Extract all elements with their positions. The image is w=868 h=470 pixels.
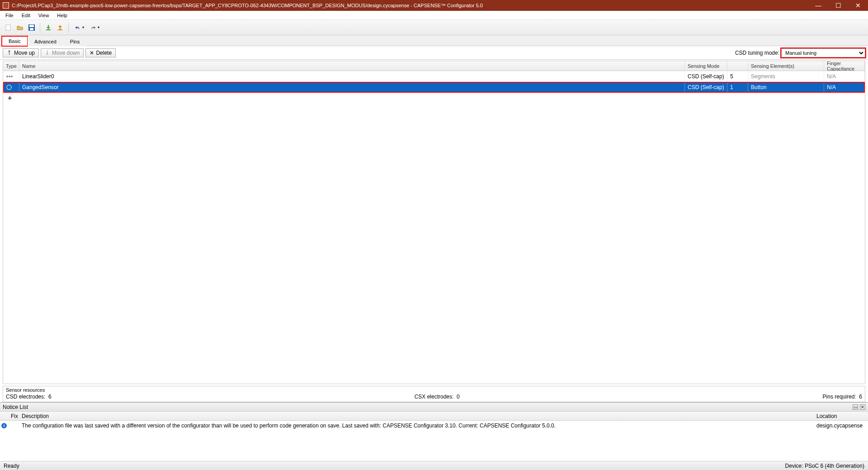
col-elements[interactable]: Sensing Element(s) bbox=[748, 61, 824, 71]
statusbar: Ready Device: PSoC 6 (4th Generation) bbox=[0, 461, 868, 470]
toolbar: ▾ ▾ bbox=[0, 20, 868, 35]
svg-point-9 bbox=[7, 85, 11, 90]
export-icon[interactable] bbox=[55, 22, 66, 33]
col-fc[interactable]: Finger Capacitance bbox=[824, 61, 865, 71]
tab-pins[interactable]: Pins bbox=[63, 37, 86, 46]
notice-row[interactable]: iThe configuration file was last saved w… bbox=[0, 421, 868, 431]
redo-icon[interactable]: ▾ bbox=[87, 22, 101, 33]
sensor-resources-title: Sensor resources bbox=[6, 387, 862, 393]
menu-edit[interactable]: Edit bbox=[18, 12, 34, 19]
svg-rect-0 bbox=[6, 25, 10, 30]
widget-name[interactable]: GangedSensor bbox=[19, 82, 685, 93]
delete-icon: ✕ bbox=[90, 50, 94, 56]
notice-col-fix[interactable]: Fix bbox=[8, 412, 19, 420]
element-count[interactable]: 5 bbox=[727, 71, 748, 82]
col-mode[interactable]: Sensing Mode bbox=[685, 61, 727, 71]
import-icon[interactable] bbox=[43, 22, 54, 33]
maximize-button[interactable]: ☐ bbox=[828, 0, 848, 11]
widget-type-icon bbox=[3, 71, 19, 82]
col-type[interactable]: Type bbox=[3, 61, 19, 71]
sensing-element[interactable]: Segments bbox=[748, 71, 824, 82]
minimize-button[interactable]: — bbox=[808, 0, 828, 11]
notice-col-desc[interactable]: Description bbox=[19, 412, 814, 420]
notice-close-icon[interactable]: ✕ bbox=[860, 404, 865, 410]
info-icon: i bbox=[0, 422, 8, 430]
csd-value: 6 bbox=[48, 394, 52, 400]
tuning-mode-select[interactable]: Manual tuning bbox=[781, 48, 865, 57]
save-icon[interactable] bbox=[26, 22, 37, 33]
finger-capacitance: N/A bbox=[824, 82, 865, 93]
actionbar: 🡑Move up 🡓Move down ✕Delete CSD tuning m… bbox=[0, 46, 868, 60]
window-title: C:/Project/LPCap3_2/mtb-example-psoc6-lo… bbox=[12, 3, 483, 8]
tuning-mode-label: CSD tuning mode: bbox=[735, 50, 779, 56]
table-row[interactable]: LinearSlider0CSD (Self-cap)5SegmentsN/A bbox=[3, 71, 865, 82]
menu-view[interactable]: View bbox=[35, 12, 53, 19]
notice-col-loc[interactable]: Location bbox=[814, 412, 868, 420]
widget-grid: Type Name Sensing Mode Sensing Element(s… bbox=[3, 61, 865, 384]
csd-label: CSD electrodes: bbox=[6, 394, 45, 400]
delete-button[interactable]: ✕Delete bbox=[85, 48, 116, 57]
status-left: Ready bbox=[4, 463, 19, 469]
csx-value: 0 bbox=[457, 394, 460, 400]
svg-rect-5 bbox=[58, 29, 62, 30]
arrow-down-icon: 🡓 bbox=[45, 50, 50, 56]
grid-header: Type Name Sensing Mode Sensing Element(s… bbox=[3, 61, 865, 71]
tab-basic[interactable]: Basic bbox=[2, 36, 28, 46]
sensing-mode[interactable]: CSD (Self-cap) bbox=[685, 71, 727, 82]
sensing-mode[interactable]: CSD (Self-cap) bbox=[685, 82, 727, 93]
table-row[interactable]: GangedSensorCSD (Self-cap)1ButtonN/A bbox=[3, 82, 865, 93]
notice-list-title: Notice List bbox=[3, 404, 28, 410]
movedown-button[interactable]: 🡓Move down bbox=[41, 48, 84, 57]
notice-panel: Notice List ▭ ✕ Fix Description Location… bbox=[0, 402, 868, 461]
pins-label: Pins required: bbox=[823, 394, 856, 400]
menu-help[interactable]: Help bbox=[53, 12, 71, 19]
menu-file[interactable]: File bbox=[2, 12, 17, 19]
menubar: File Edit View Help bbox=[0, 11, 868, 20]
sensing-element[interactable]: Button bbox=[748, 82, 824, 93]
titlebar: C:/Project/LPCap3_2/mtb-example-psoc6-lo… bbox=[0, 0, 868, 11]
notice-dock-icon[interactable]: ▭ bbox=[853, 404, 858, 410]
tabbar: Basic Advanced Pins bbox=[0, 35, 868, 46]
notice-description: The configuration file was last saved wi… bbox=[19, 422, 814, 430]
new-file-icon[interactable] bbox=[3, 22, 14, 33]
svg-point-6 bbox=[6, 76, 8, 77]
csx-label: CSX electrodes: bbox=[415, 394, 454, 400]
pins-value: 6 bbox=[859, 394, 862, 400]
svg-rect-2 bbox=[29, 25, 34, 27]
col-name[interactable]: Name bbox=[19, 61, 685, 71]
widget-type-icon bbox=[3, 82, 19, 93]
undo-icon[interactable]: ▾ bbox=[71, 22, 86, 33]
close-button[interactable]: ✕ bbox=[848, 0, 868, 11]
finger-capacitance: N/A bbox=[824, 71, 865, 82]
svg-rect-4 bbox=[46, 29, 51, 30]
element-count[interactable]: 1 bbox=[727, 82, 748, 93]
notice-location: design.cycapsense bbox=[814, 422, 868, 430]
sensor-resources-panel: Sensor resources CSD electrodes: 6 CSX e… bbox=[3, 386, 865, 402]
svg-point-7 bbox=[9, 76, 10, 77]
arrow-up-icon: 🡑 bbox=[7, 50, 12, 56]
open-file-icon[interactable] bbox=[14, 22, 25, 33]
svg-point-8 bbox=[11, 76, 13, 77]
status-right: Device: PSoC 6 (4th Generation) bbox=[785, 463, 864, 469]
add-widget-button[interactable]: + bbox=[3, 93, 865, 104]
svg-rect-3 bbox=[30, 28, 33, 30]
widget-name[interactable]: LinearSlider0 bbox=[19, 71, 685, 82]
app-icon bbox=[3, 2, 9, 9]
moveup-button[interactable]: 🡑Move up bbox=[3, 48, 39, 57]
tab-advanced[interactable]: Advanced bbox=[28, 37, 63, 46]
